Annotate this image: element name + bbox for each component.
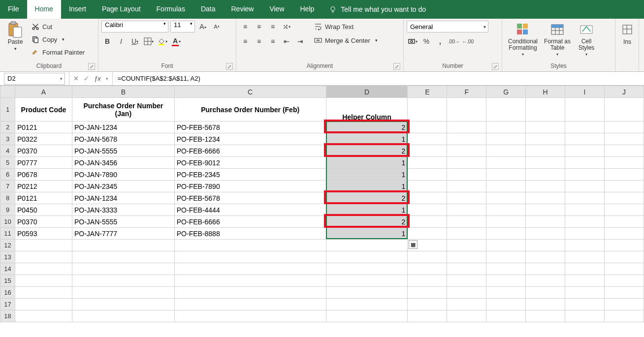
cell[interactable]: 1 [326,228,408,240]
align-center-button[interactable]: ≡ [253,35,265,47]
cell[interactable] [447,145,486,157]
cell[interactable]: 1 [326,133,408,145]
cell[interactable] [408,181,447,192]
enter-formula-button[interactable]: ✓ [84,75,89,82]
cell[interactable] [72,299,174,310]
align-bottom-button[interactable]: ≡ [267,21,279,32]
cell[interactable] [15,287,72,299]
underline-button[interactable]: U▾ [129,35,141,47]
col-header-b[interactable]: B [72,86,174,98]
cell[interactable]: P0370 [15,216,72,228]
align-left-button[interactable]: ≡ [239,35,251,47]
cell[interactable] [565,263,605,275]
bold-button[interactable]: B [101,35,113,47]
cell[interactable]: PO-FEB-6666 [174,216,326,228]
tab-help[interactable]: Help [292,0,322,19]
cell[interactable] [605,204,644,216]
increase-indent-button[interactable]: ⇥ [294,35,306,47]
cell[interactable]: PO-JAN-3456 [72,157,174,169]
cell[interactable] [565,181,605,192]
cell[interactable] [526,263,565,275]
cell[interactable]: Purchase Order Number (Jan) [72,98,174,122]
cell[interactable]: 1 [326,204,408,216]
row-header[interactable]: 6 [0,169,15,181]
cell[interactable] [447,263,486,275]
col-header-a[interactable]: A [15,86,72,98]
wrap-text-button[interactable]: Wrap Text [312,21,380,32]
italic-button[interactable]: I [115,35,127,47]
row-header[interactable]: 4 [0,145,15,157]
cell[interactable] [15,310,72,322]
row-header[interactable]: 7 [0,181,15,192]
formula-input[interactable]: =COUNTIF($A$2:$A$11, A2) [113,72,644,85]
cell[interactable]: PO-FEB-2345 [174,169,326,181]
cell[interactable] [605,192,644,204]
paste-button[interactable]: Paste▾ [3,21,28,52]
cell[interactable] [15,240,72,251]
cell[interactable] [447,287,486,299]
cell[interactable] [174,310,326,322]
increase-font-button[interactable]: A▴ [197,21,209,32]
cell[interactable]: P0121 [15,192,72,204]
decrease-indent-button[interactable]: ⇤ [281,35,292,47]
orientation-button[interactable]: ⤭▾ [281,21,292,32]
cell[interactable] [565,98,605,122]
cell[interactable] [526,275,565,287]
format-as-table-button[interactable]: Format as Table▾ [543,21,572,58]
cell[interactable] [174,240,326,251]
cell[interactable] [486,204,526,216]
row-header[interactable]: 8 [0,192,15,204]
cell[interactable] [605,263,644,275]
cell[interactable] [326,310,408,322]
cell[interactable] [486,263,526,275]
cell[interactable] [72,310,174,322]
cell[interactable] [526,228,565,240]
cell[interactable]: P0121 [15,122,72,133]
cell[interactable] [326,287,408,299]
clipboard-dialog-launcher[interactable]: ⤢ [88,63,95,70]
cell[interactable] [526,251,565,263]
cell[interactable] [408,204,447,216]
cell[interactable] [174,263,326,275]
cell[interactable] [174,299,326,310]
cell[interactable] [72,263,174,275]
cell[interactable]: PO-JAN-7890 [72,169,174,181]
cell[interactable] [605,145,644,157]
col-header-e[interactable]: E [408,86,447,98]
cell[interactable] [15,275,72,287]
cell[interactable] [565,216,605,228]
cell[interactable] [174,251,326,263]
tab-review[interactable]: Review [224,0,262,19]
cell[interactable] [486,145,526,157]
cell[interactable] [447,240,486,251]
tab-formulas[interactable]: Formulas [149,0,193,19]
format-painter-button[interactable]: Format Painter [30,46,87,58]
decrease-decimal-button[interactable]: ←.00 [462,35,474,47]
tab-file[interactable]: File [0,0,27,19]
cell[interactable] [447,216,486,228]
cell[interactable]: Product Code [15,98,72,122]
cell[interactable] [447,157,486,169]
col-header-i[interactable]: I [565,86,605,98]
font-dialog-launcher[interactable]: ⤢ [226,63,233,70]
cell[interactable] [526,169,565,181]
col-header-g[interactable]: G [486,86,526,98]
cell[interactable]: 1 [326,181,408,192]
number-format-select[interactable]: General [407,21,488,32]
font-size-select[interactable]: 11▾ [170,21,195,32]
cell[interactable] [326,263,408,275]
cell[interactable] [326,240,408,251]
tab-pagelayout[interactable]: Page Layout [94,0,149,19]
cell[interactable] [605,240,644,251]
cell[interactable] [526,310,565,322]
cell[interactable] [174,275,326,287]
cell[interactable] [408,216,447,228]
cell[interactable] [565,240,605,251]
percent-button[interactable]: % [420,35,432,47]
cell[interactable]: PO-JAN-5555 [72,216,174,228]
cell[interactable] [408,157,447,169]
number-dialog-launcher[interactable]: ⤢ [492,63,499,70]
cell[interactable]: PO-JAN-5555 [72,145,174,157]
cell-styles-button[interactable]: Cell Styles▾ [574,21,599,58]
cell[interactable] [326,275,408,287]
